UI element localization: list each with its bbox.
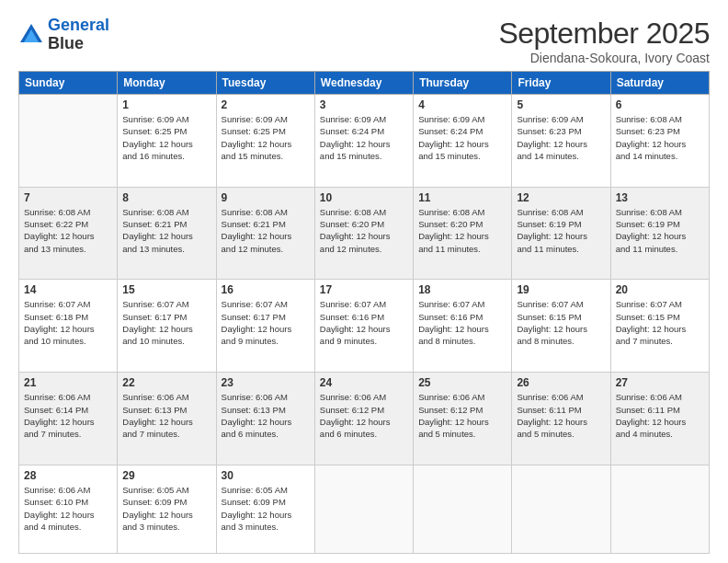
day-cell: 2Sunrise: 6:09 AM Sunset: 6:25 PM Daylig… [216, 95, 314, 188]
day-number: 20 [616, 283, 704, 296]
day-cell: 16Sunrise: 6:07 AM Sunset: 6:17 PM Dayli… [216, 280, 314, 373]
day-cell: 11Sunrise: 6:08 AM Sunset: 6:20 PM Dayli… [414, 187, 512, 280]
day-cell: 25Sunrise: 6:06 AM Sunset: 6:12 PM Dayli… [414, 373, 512, 465]
day-info: Sunrise: 6:05 AM Sunset: 6:09 PM Dayligh… [222, 484, 310, 533]
day-info: Sunrise: 6:09 AM Sunset: 6:25 PM Dayligh… [222, 113, 310, 162]
day-info: Sunrise: 6:09 AM Sunset: 6:25 PM Dayligh… [122, 113, 210, 162]
header-day: Saturday [610, 72, 709, 95]
day-cell: 23Sunrise: 6:06 AM Sunset: 6:13 PM Dayli… [216, 373, 314, 465]
top-section: General Blue September 2025 Diendana-Sok… [18, 17, 710, 65]
day-cell: 12Sunrise: 6:08 AM Sunset: 6:19 PM Dayli… [512, 187, 610, 280]
day-cell: 22Sunrise: 6:06 AM Sunset: 6:13 PM Dayli… [118, 373, 216, 465]
day-number: 4 [418, 98, 506, 111]
day-number: 9 [222, 191, 310, 204]
day-cell [512, 465, 610, 553]
week-row: 1Sunrise: 6:09 AM Sunset: 6:25 PM Daylig… [19, 95, 710, 188]
day-number: 5 [517, 98, 605, 111]
day-number: 6 [616, 98, 704, 111]
day-number: 3 [320, 98, 408, 111]
day-info: Sunrise: 6:06 AM Sunset: 6:13 PM Dayligh… [122, 391, 210, 440]
week-row: 7Sunrise: 6:08 AM Sunset: 6:22 PM Daylig… [19, 187, 710, 280]
day-cell: 4Sunrise: 6:09 AM Sunset: 6:24 PM Daylig… [414, 95, 512, 188]
day-info: Sunrise: 6:09 AM Sunset: 6:23 PM Dayligh… [517, 113, 605, 162]
day-number: 1 [122, 98, 210, 111]
day-info: Sunrise: 6:06 AM Sunset: 6:11 PM Dayligh… [517, 391, 605, 440]
day-cell: 29Sunrise: 6:05 AM Sunset: 6:09 PM Dayli… [118, 465, 216, 553]
day-number: 14 [24, 283, 112, 296]
day-info: Sunrise: 6:08 AM Sunset: 6:22 PM Dayligh… [24, 206, 112, 255]
day-number: 7 [24, 191, 112, 204]
day-number: 28 [24, 469, 112, 482]
day-info: Sunrise: 6:06 AM Sunset: 6:10 PM Dayligh… [24, 484, 112, 533]
day-number: 27 [616, 376, 704, 389]
logo-icon [18, 22, 44, 48]
day-number: 23 [222, 376, 310, 389]
day-number: 16 [222, 283, 310, 296]
day-info: Sunrise: 6:07 AM Sunset: 6:15 PM Dayligh… [517, 298, 605, 347]
day-number: 8 [122, 191, 210, 204]
day-number: 26 [517, 376, 605, 389]
day-info: Sunrise: 6:07 AM Sunset: 6:16 PM Dayligh… [320, 298, 408, 347]
day-cell: 1Sunrise: 6:09 AM Sunset: 6:25 PM Daylig… [118, 95, 216, 188]
day-number: 18 [418, 283, 506, 296]
week-row: 14Sunrise: 6:07 AM Sunset: 6:18 PM Dayli… [19, 280, 710, 373]
day-cell: 19Sunrise: 6:07 AM Sunset: 6:15 PM Dayli… [512, 280, 610, 373]
day-cell [610, 465, 709, 553]
day-cell: 9Sunrise: 6:08 AM Sunset: 6:21 PM Daylig… [216, 187, 314, 280]
day-cell: 3Sunrise: 6:09 AM Sunset: 6:24 PM Daylig… [314, 95, 413, 188]
day-cell: 10Sunrise: 6:08 AM Sunset: 6:20 PM Dayli… [314, 187, 413, 280]
day-cell: 30Sunrise: 6:05 AM Sunset: 6:09 PM Dayli… [216, 465, 314, 553]
day-info: Sunrise: 6:08 AM Sunset: 6:21 PM Dayligh… [222, 206, 310, 255]
day-cell: 13Sunrise: 6:08 AM Sunset: 6:19 PM Dayli… [610, 187, 709, 280]
day-cell: 14Sunrise: 6:07 AM Sunset: 6:18 PM Dayli… [19, 280, 118, 373]
week-row: 21Sunrise: 6:06 AM Sunset: 6:14 PM Dayli… [19, 373, 710, 465]
day-number: 12 [517, 191, 605, 204]
header-day: Friday [512, 72, 610, 95]
day-cell [414, 465, 512, 553]
day-cell: 21Sunrise: 6:06 AM Sunset: 6:14 PM Dayli… [19, 373, 118, 465]
day-cell [19, 95, 118, 188]
day-info: Sunrise: 6:06 AM Sunset: 6:12 PM Dayligh… [418, 391, 506, 440]
page: General Blue September 2025 Diendana-Sok… [0, 0, 728, 563]
day-cell: 26Sunrise: 6:06 AM Sunset: 6:11 PM Dayli… [512, 373, 610, 465]
header-day: Wednesday [314, 72, 413, 95]
day-number: 10 [320, 191, 408, 204]
day-info: Sunrise: 6:08 AM Sunset: 6:19 PM Dayligh… [517, 206, 605, 255]
day-number: 21 [24, 376, 112, 389]
day-info: Sunrise: 6:09 AM Sunset: 6:24 PM Dayligh… [418, 113, 506, 162]
day-number: 30 [222, 469, 310, 482]
day-cell: 24Sunrise: 6:06 AM Sunset: 6:12 PM Dayli… [314, 373, 413, 465]
day-info: Sunrise: 6:08 AM Sunset: 6:21 PM Dayligh… [122, 206, 210, 255]
header-day: Tuesday [216, 72, 314, 95]
header-row: SundayMondayTuesdayWednesdayThursdayFrid… [19, 72, 710, 95]
day-cell: 18Sunrise: 6:07 AM Sunset: 6:16 PM Dayli… [414, 280, 512, 373]
day-info: Sunrise: 6:07 AM Sunset: 6:18 PM Dayligh… [24, 298, 112, 347]
day-number: 13 [616, 191, 704, 204]
day-cell: 27Sunrise: 6:06 AM Sunset: 6:11 PM Dayli… [610, 373, 709, 465]
day-number: 2 [222, 98, 310, 111]
day-number: 11 [418, 191, 506, 204]
header-day: Monday [118, 72, 216, 95]
day-number: 24 [320, 376, 408, 389]
day-info: Sunrise: 6:05 AM Sunset: 6:09 PM Dayligh… [122, 484, 210, 533]
day-number: 29 [122, 469, 210, 482]
subtitle: Diendana-Sokoura, Ivory Coast [498, 51, 710, 65]
day-info: Sunrise: 6:06 AM Sunset: 6:11 PM Dayligh… [616, 391, 704, 440]
day-info: Sunrise: 6:06 AM Sunset: 6:13 PM Dayligh… [222, 391, 310, 440]
day-cell: 17Sunrise: 6:07 AM Sunset: 6:16 PM Dayli… [314, 280, 413, 373]
day-info: Sunrise: 6:07 AM Sunset: 6:17 PM Dayligh… [122, 298, 210, 347]
day-number: 22 [122, 376, 210, 389]
day-cell: 5Sunrise: 6:09 AM Sunset: 6:23 PM Daylig… [512, 95, 610, 188]
day-cell: 7Sunrise: 6:08 AM Sunset: 6:22 PM Daylig… [19, 187, 118, 280]
day-cell [314, 465, 413, 553]
day-number: 25 [418, 376, 506, 389]
header-day: Sunday [19, 72, 118, 95]
day-info: Sunrise: 6:09 AM Sunset: 6:24 PM Dayligh… [320, 113, 408, 162]
day-cell: 6Sunrise: 6:08 AM Sunset: 6:23 PM Daylig… [610, 95, 709, 188]
day-info: Sunrise: 6:08 AM Sunset: 6:20 PM Dayligh… [320, 206, 408, 255]
day-cell: 20Sunrise: 6:07 AM Sunset: 6:15 PM Dayli… [610, 280, 709, 373]
day-number: 15 [122, 283, 210, 296]
main-title: September 2025 [498, 17, 710, 51]
day-info: Sunrise: 6:06 AM Sunset: 6:12 PM Dayligh… [320, 391, 408, 440]
calendar-table: SundayMondayTuesdayWednesdayThursdayFrid… [18, 71, 710, 554]
